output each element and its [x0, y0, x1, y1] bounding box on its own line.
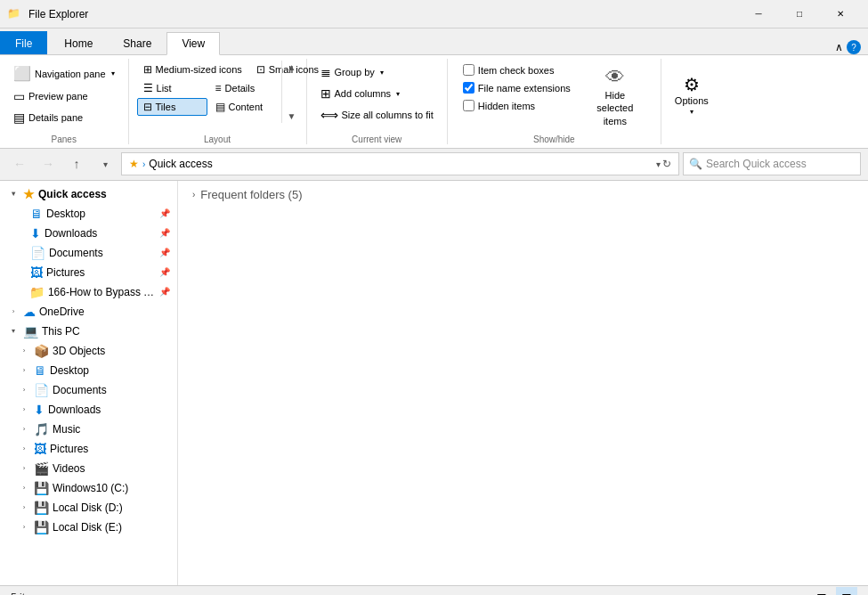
scroll-down-button[interactable]: ▼ — [286, 110, 298, 123]
address-dropdown-button[interactable]: ▾ — [656, 158, 661, 170]
folder-3d-icon: 📦 — [34, 344, 49, 358]
sidebar-item-music-pc[interactable]: › 🎵 Music — [0, 420, 177, 439]
details-button[interactable]: ≡ Details — [209, 79, 280, 97]
details-pane-button[interactable]: ▤ Details pane — [7, 108, 89, 127]
ribbon-group-panes: ⬜ Navigation pane ▾ ▭ Preview pane ▤ Det… — [0, 59, 129, 144]
sidebar-item-downloads-pc[interactable]: › ⬇ Downloads — [0, 400, 177, 420]
minimize-button[interactable]: ─ — [738, 0, 779, 29]
medium-icons-button[interactable]: ⊞ Medium-sized icons — [137, 61, 248, 78]
onedrive-label: OneDrive — [39, 306, 85, 318]
sidebar-label: Music — [53, 423, 80, 436]
file-name-extensions-toggle[interactable]: File name extensions — [459, 80, 574, 95]
onedrive-icon: ☁ — [23, 305, 36, 319]
main-area: ▾ ★ Quick access 🖥 Desktop 📌 ⬇ Downloads… — [0, 181, 868, 585]
desktop-pc-icon: 🖥 — [34, 363, 46, 378]
sidebar-label: Desktop — [50, 364, 89, 377]
sidebar-label: Videos — [53, 462, 85, 475]
chevron-up-icon: ∧ — [835, 41, 843, 53]
sidebar-item-videos-pc[interactable]: › 🎬 Videos — [0, 459, 177, 478]
tiles-view-button[interactable]: ⊟ — [836, 587, 857, 595]
thispc-toggle: ▾ — [7, 325, 20, 338]
list-view-button[interactable]: ⊞ — [811, 587, 832, 595]
sidebar-item-windows10-c[interactable]: › 💾 Windows10 (C:) — [0, 478, 177, 498]
item-checkboxes-input[interactable] — [463, 64, 475, 76]
frequent-folders-header[interactable]: › Frequent folders (5) — [192, 188, 854, 201]
sidebar-item-desktop-quick[interactable]: 🖥 Desktop 📌 — [0, 204, 177, 224]
preview-pane-icon: ▭ — [13, 89, 25, 103]
content-button[interactable]: ▤ Content — [209, 98, 280, 116]
maximize-button[interactable]: □ — [779, 0, 820, 29]
tab-view[interactable]: View — [166, 32, 220, 55]
hide-selected-items-button[interactable]: 👁 Hide selected items — [581, 62, 649, 131]
scroll-up-button[interactable]: ▲ — [286, 61, 298, 74]
ribbon-group-layout: ⊞ Medium-sized icons ⊡ Small icons ☰ Lis… — [129, 59, 307, 144]
add-columns-button[interactable]: ⊞ Add columns ▾ — [314, 84, 407, 103]
file-name-extensions-input[interactable] — [463, 82, 475, 94]
sidebar-item-downloads-quick[interactable]: ⬇ Downloads 📌 — [0, 224, 177, 243]
list-button[interactable]: ☰ List — [137, 79, 207, 97]
expand-toggle: › — [18, 345, 30, 357]
sidebar-label: Downloads — [48, 403, 101, 416]
item-count: 5 items — [11, 591, 45, 595]
expand-toggle: › — [18, 423, 30, 436]
sidebar-thispc-header[interactable]: ▾ 💻 This PC — [0, 322, 177, 341]
forward-icon: → — [42, 157, 54, 171]
tab-share[interactable]: Share — [108, 31, 166, 54]
ribbon-panel: ⬜ Navigation pane ▾ ▭ Preview pane ▤ Det… — [0, 55, 868, 149]
sidebar-item-documents-quick[interactable]: 📄 Documents 📌 — [0, 243, 177, 263]
options-label: Options — [675, 95, 709, 106]
downloads-pc-icon: ⬇ — [34, 403, 45, 417]
sidebar-item-documents-pc[interactable]: › 📄 Documents — [0, 380, 177, 400]
pictures-folder-icon: 🖼 — [30, 265, 43, 280]
sidebar-item-desktop-pc[interactable]: › 🖥 Desktop — [0, 361, 177, 380]
hidden-items-toggle[interactable]: Hidden items — [459, 98, 574, 113]
sidebar-item-local-disk-d[interactable]: › 💾 Local Disk (D:) — [0, 498, 177, 518]
pin-icon: 📌 — [159, 248, 170, 257]
sidebar-item-pictures-quick[interactable]: 🖼 Pictures 📌 — [0, 263, 177, 282]
navigation-pane-button[interactable]: ⬜ Navigation pane ▾ — [7, 62, 121, 85]
search-icon: 🔍 — [689, 158, 702, 170]
sidebar-item-166-quick[interactable]: 📁 166-How to Bypass You 📌 — [0, 282, 177, 302]
medium-icons-icon: ⊞ — [143, 63, 152, 76]
navigation-bar: ← → ↑ ▾ ★ › Quick access ▾ ↻ 🔍 Search Qu… — [0, 149, 868, 181]
layout-group-label: Layout — [204, 134, 231, 144]
sidebar-item-3d-objects[interactable]: › 📦 3D Objects — [0, 341, 177, 361]
sidebar-label: Local Disk (D:) — [53, 501, 123, 514]
sidebar-label: Pictures — [46, 266, 85, 279]
tiles-button[interactable]: ⊟ Tiles — [137, 98, 207, 116]
ribbon-group-options: ⚙ Options ▾ — [661, 59, 722, 144]
sidebar-label: Local Disk (E:) — [53, 521, 122, 534]
documents-pc-icon: 📄 — [34, 383, 49, 397]
forward-button[interactable]: → — [36, 151, 61, 176]
size-columns-icon: ⟺ — [320, 108, 338, 122]
item-checkboxes-toggle[interactable]: Item check boxes — [459, 62, 574, 77]
tab-file[interactable]: File — [0, 31, 47, 54]
sidebar-quick-access-header[interactable]: ▾ ★ Quick access — [0, 184, 177, 204]
quick-access-toggle: ▾ — [7, 188, 20, 200]
videos-pc-icon: 🎬 — [34, 461, 49, 476]
app-icon: 📁 — [7, 7, 21, 21]
ribbon-collapse-button[interactable]: ∧ ? — [828, 40, 868, 54]
group-by-button[interactable]: ≣ Group by ▾ — [314, 62, 390, 82]
tab-home[interactable]: Home — [49, 31, 108, 54]
size-all-columns-button[interactable]: ⟺ Size all columns to fit — [314, 105, 440, 125]
sidebar-onedrive-header[interactable]: › ☁ OneDrive — [0, 302, 177, 322]
sidebar-label: Desktop — [46, 208, 85, 220]
sidebar-item-pictures-pc[interactable]: › 🖼 Pictures — [0, 439, 177, 459]
refresh-button[interactable]: ↻ — [662, 158, 671, 170]
sidebar-label: Downloads — [45, 227, 97, 240]
up-button[interactable]: ↑ — [64, 151, 89, 176]
preview-pane-button[interactable]: ▭ Preview pane — [7, 86, 94, 106]
dropdown-icon: ▾ — [103, 159, 108, 169]
close-button[interactable]: ✕ — [820, 0, 861, 29]
window-title: File Explorer — [28, 8, 738, 20]
sidebar-item-local-disk-e[interactable]: › 💾 Local Disk (E:) — [0, 518, 177, 537]
up-icon: ↑ — [74, 157, 80, 171]
ribbon-group-current-view: ≣ Group by ▾ ⊞ Add columns ▾ ⟺ Size all … — [307, 59, 448, 144]
search-bar[interactable]: 🔍 Search Quick access — [683, 152, 861, 175]
recent-locations-button[interactable]: ▾ — [93, 151, 118, 176]
address-bar[interactable]: ★ › Quick access ▾ ↻ — [121, 152, 679, 175]
hidden-items-input[interactable] — [463, 100, 475, 111]
options-button[interactable]: ⚙ Options ▾ — [669, 71, 715, 120]
back-button[interactable]: ← — [7, 151, 32, 176]
